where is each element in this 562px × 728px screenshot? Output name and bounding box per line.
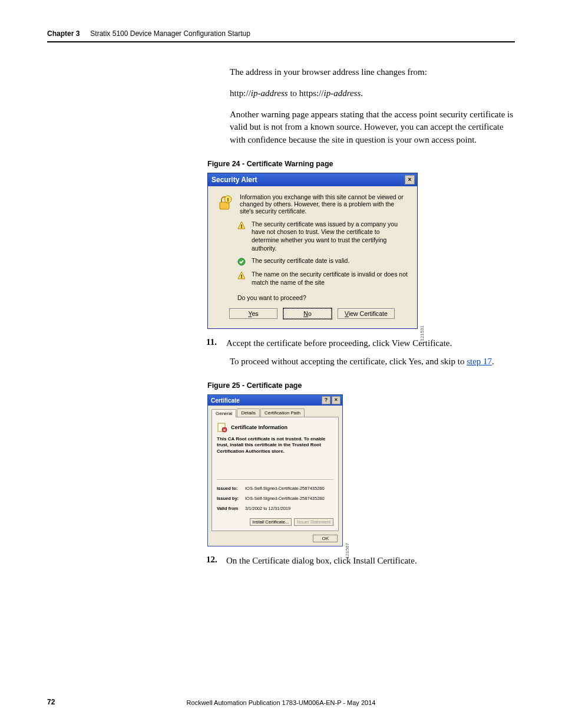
- ok-button[interactable]: OK: [313, 535, 338, 542]
- valid-from-row: Valid from 3/1/2002 to 12/31/2019: [217, 506, 333, 511]
- certificate-icon: ×: [217, 422, 227, 433]
- svg-text:!: !: [241, 274, 243, 279]
- page-header: Chapter 3 Stratix 5100 Device Manager Co…: [47, 29, 515, 42]
- dialog-titlebar: Security Alert ×: [208, 173, 417, 186]
- body-para-2: Another warning page appears stating tha…: [230, 108, 515, 147]
- security-alert-dialog: Security Alert × ! Information you excha…: [207, 173, 418, 329]
- cert-info-header: Certificate Information: [231, 424, 287, 430]
- step-12: 12. On the Certificate dialog box, click…: [206, 555, 515, 568]
- certificate-dialog: Certificate ? × General Details Certific…: [207, 394, 343, 546]
- close-icon[interactable]: ×: [405, 175, 415, 185]
- check-circle-icon: [237, 258, 246, 266]
- step-17-link[interactable]: step 17: [467, 357, 492, 366]
- cert-warning-text: This CA Root certificate is not trusted.…: [217, 436, 333, 454]
- figure-25-caption: Figure 25 - Certificate page: [207, 381, 515, 390]
- dialog-title: Security Alert: [211, 176, 257, 184]
- chapter-label: Chapter 3: [47, 29, 80, 38]
- warning-triangle-icon: !: [237, 221, 246, 229]
- tab-certification-path[interactable]: Certification Path: [260, 409, 305, 417]
- figure-id-label: 121531: [419, 325, 425, 341]
- issued-to-value: IOS-Self-Signed-Certificate-2587435280: [245, 486, 325, 491]
- alert-warn-1: The security certificate was issued by a…: [252, 220, 409, 253]
- dialog-title: Certificate: [211, 397, 240, 404]
- issuer-statement-button: Issuer Statement: [294, 518, 333, 526]
- tab-details[interactable]: Details: [237, 409, 259, 417]
- issued-by-value: IOS-Self-Signed-Certificate-2587435280: [245, 496, 325, 501]
- tabs: General Details Certification Path: [208, 406, 342, 417]
- figure-id-label: 121567: [345, 543, 350, 559]
- tab-general[interactable]: General: [211, 409, 236, 417]
- lock-warning-icon: !: [215, 193, 234, 212]
- issued-by-row: Issued by: IOS-Self-Signed-Certificate-2…: [217, 496, 333, 501]
- view-certificate-button[interactable]: View Certificate: [338, 308, 395, 319]
- alert-warn-2: The name on the security certificate is …: [252, 271, 409, 286]
- chapter-title: Stratix 5100 Device Manager Configuratio…: [90, 29, 250, 38]
- figure-24-caption: Figure 24 - Certificate Warning page: [207, 160, 515, 168]
- step-11: 11. Accept the certificate before procee…: [206, 337, 515, 350]
- help-icon[interactable]: ?: [322, 396, 330, 404]
- alert-ok-1: The security certificate date is valid.: [252, 257, 349, 265]
- body-para-1: The address in your browser address line…: [230, 66, 515, 147]
- dialog-titlebar: Certificate ? ×: [208, 395, 342, 406]
- svg-text:×: ×: [223, 428, 226, 432]
- footer-text: Rockwell Automation Publication 1783-UM0…: [0, 699, 562, 706]
- tab-panel: × Certificate Information This CA Root c…: [211, 417, 339, 531]
- install-certificate-button[interactable]: Install Certificate...: [250, 518, 292, 526]
- svg-rect-0: [220, 202, 229, 209]
- warning-triangle-icon: !: [237, 271, 246, 279]
- step-11-sub: To proceed without accepting the certifi…: [230, 355, 515, 368]
- issued-to-row: Issued to: IOS-Self-Signed-Certificate-2…: [217, 486, 333, 491]
- svg-text:!: !: [227, 197, 229, 203]
- valid-value: 3/1/2002 to 12/31/2019: [245, 506, 290, 511]
- url-line: http://ip-address to https://ip-address.: [230, 87, 515, 100]
- alert-question: Do you want to proceed?: [237, 294, 409, 301]
- no-button[interactable]: No: [283, 308, 332, 319]
- close-icon[interactable]: ×: [332, 396, 340, 404]
- alert-main-text: Information you exchange with this site …: [240, 193, 409, 215]
- yes-button[interactable]: Yes: [229, 308, 277, 319]
- svg-text:!: !: [241, 223, 243, 229]
